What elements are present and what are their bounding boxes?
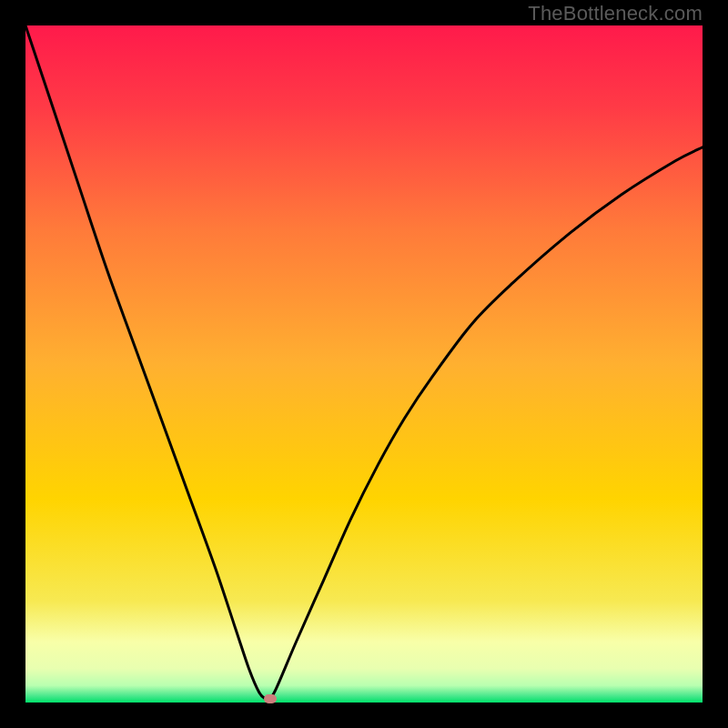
gradient-background bbox=[25, 25, 703, 703]
bottleneck-chart bbox=[25, 25, 703, 703]
chart-frame bbox=[25, 25, 703, 703]
watermark-text: TheBottleneck.com bbox=[528, 2, 703, 25]
optimal-point-marker bbox=[264, 694, 277, 703]
